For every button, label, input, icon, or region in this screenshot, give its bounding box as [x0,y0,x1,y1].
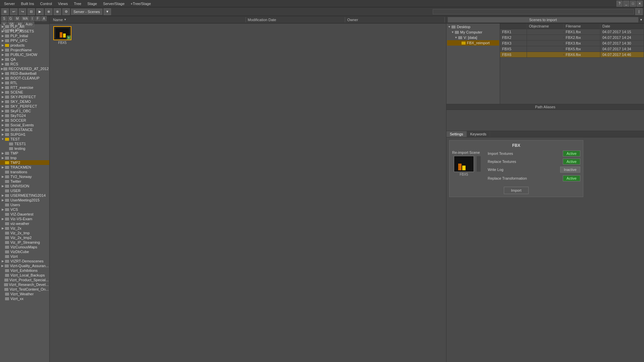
tree-toggle-ppv_ufc[interactable]: ▶ [1,39,5,42]
tree-toggle-tmp[interactable]: ▶ [1,152,5,155]
tree-toggle-rtt_exercise[interactable]: ▶ [1,86,5,89]
tree-toggle-viz_vs_exam[interactable]: ▶ [1,217,5,221]
replace-textures-btn[interactable]: Active [563,159,580,165]
tree-toggle-vizrt_quality[interactable]: ▶ [1,264,4,267]
tree-toggle-univision[interactable]: ▶ [1,184,5,188]
toolbar-icon-5[interactable]: ▶ [36,8,44,15]
tree-item-tmp[interactable]: ▶TMP [0,151,49,156]
tree-item-vizrt_quality[interactable]: ▶Vizrt-Quality_Assuran... [0,263,49,268]
tree-toggle-red_basketball[interactable]: ▶ [1,72,5,75]
ftree-item-desktop[interactable]: ▼Desktop [447,24,499,29]
tree-item-skytg24[interactable]: ▶SkyTG24 [0,113,49,118]
tree-toggle-skytg24[interactable]: ▶ [1,114,5,117]
tree-toggle-soccer[interactable]: ▶ [1,119,5,122]
tree-item-plp_initial[interactable]: ▶PLP_Initial [0,34,49,38]
file-row-fbx1[interactable]: FBX1FBX1.fbx04.07.2017 14:15 [500,29,644,35]
tree-item-plp_ar[interactable]: ▶PLP_AR [0,24,49,29]
tree-item-vizrt_research_devel[interactable]: Vizrt_Research_Devel... [0,282,49,287]
tree-item-viz_2x_tmp[interactable]: Viz_2x_tmp [0,231,49,235]
tree-item-viz_2x[interactable]: ▶Viz_2x [0,226,49,231]
tree-toggle-vcs[interactable]: ▶ [1,208,5,211]
toolbar-icon-2[interactable]: ↩ [10,8,17,15]
tree-item-projectname[interactable]: ▶ProjectName [0,48,49,52]
ftree-toggle-my_computer[interactable]: ▼ [451,31,454,34]
tree-item-social_events[interactable]: ▶Social_Events [0,123,49,127]
tree-item-vizrt_testcontent_on[interactable]: Vizrt_TestContent_On... [0,287,49,292]
tree-item-root_cleanup[interactable]: ▶ROOT-CLEANUP [0,76,49,80]
tree-item-rcs[interactable]: ▶RCS [0,62,49,66]
tree-item-vizcuriousmaps[interactable]: VizCuriousMaps [0,245,49,249]
tree-item-skyf1_obc[interactable]: ▶SkyF1_OBC [0,109,49,113]
tree-item-usermeeting2014[interactable]: ▶USERMEETING2014 [0,193,49,198]
menu-server[interactable]: Server [1,1,17,6]
tree-item-trackmen[interactable]: ▶TRACKMEN [0,165,49,170]
tree-item-tv2_norway[interactable]: ▶TV2_Norway [0,174,49,179]
toolbar-icon-4[interactable]: ⊟ [28,8,35,15]
btn-ma[interactable]: MA [21,16,30,21]
toolbar-icon-7[interactable]: ⊗ [54,8,61,15]
tree-item-transitions[interactable]: transitions [0,170,49,174]
tree-toggle-substance[interactable]: ▶ [1,128,5,131]
tree-toggle-vizrt_demoscenes[interactable]: ▶ [1,259,5,263]
tree-toggle-scene[interactable]: ▶ [1,90,5,94]
tree-item-viz_dauertest[interactable]: VIZ-Dauertest [0,212,49,217]
tree-toggle-rcs[interactable]: ▶ [1,62,5,66]
help-button[interactable]: ? [616,1,623,7]
tree-toggle-tmp_lower[interactable]: ▶ [1,156,5,160]
tree-item-sky_perfect[interactable]: ▶SKY-PERFECT [0,95,49,99]
tree-toggle-skyf1_obc[interactable]: ▶ [1,109,5,113]
ftree-item-fbx_reimport[interactable]: FBX_reimport [447,40,499,46]
tree-item-vcs[interactable]: ▶VCS [0,207,49,212]
tree-item-vizrt[interactable]: Vizrt [0,254,49,259]
tree-toggle-public_show[interactable]: ▶ [1,53,5,56]
tree-item-rtl[interactable]: ▶RTL [0,80,49,85]
tree-toggle-recovered[interactable]: ▶ [1,67,3,70]
tree-item-rtt_exercise[interactable]: ▶RTT_exercise [0,85,49,90]
btn-f[interactable]: F [35,16,41,21]
file-row-fbx3[interactable]: FBX3FBX3.fbx04.07.2017 14:30 [500,41,644,46]
file-row-fbx5[interactable]: FBX5FBX5.fbx04.07.2017 14:34 [500,46,644,52]
tree-toggle-sky_demo[interactable]: ▶ [1,100,5,103]
scene-item-fbx5[interactable]: S FBX5 [52,26,72,45]
menu-views[interactable]: Views [55,1,70,6]
tree-item-tmp_lower[interactable]: ▶tmp [0,156,49,160]
tree-toggle-sky_perfect2[interactable]: ▶ [1,105,5,108]
tree-toggle-sky_perfect[interactable]: ▶ [1,95,5,99]
tree-item-vizrt_weather[interactable]: Vizrt_Weather [0,292,49,296]
tree-item-soccer[interactable]: ▶SOCCER [0,118,49,123]
tree-item-univision[interactable]: ▶UNIVISION [0,184,49,188]
toolbar-icon-6[interactable]: ⊕ [45,8,52,15]
ftree-toggle-v_data[interactable]: ▼ [454,36,458,39]
tree-item-vizrt_demoscenes[interactable]: ▶VIZRT-Demoscenes [0,259,49,263]
tree-item-viz_weather[interactable]: viz-weather [0,221,49,226]
col-mod-date[interactable]: Modification Date [246,17,345,22]
tree-toggle-supgh1[interactable]: ▶ [1,133,5,136]
tree-toggle-products[interactable]: ▶ [1,44,5,47]
tree-item-public_show[interactable]: ▶PUBLIC_SHOW [0,52,49,57]
btn-s[interactable]: S [1,16,7,21]
tree-toggle-trackmen[interactable]: ▶ [1,166,5,169]
tree-toggle-usermeeting2014[interactable]: ▶ [1,194,5,197]
tree-item-test1[interactable]: TEST1 [0,141,49,146]
menu-tree[interactable]: Tree [71,1,84,6]
tree-item-supgh1[interactable]: ▶SUPGH1 [0,132,49,137]
fbx-scroll[interactable] [476,156,481,172]
tree-toggle-test[interactable]: ▼ [1,137,5,141]
tree-item-sky_demo[interactable]: ▶SKY_DEMO [0,99,49,104]
tree-item-vizrt_exhibitions[interactable]: Vizrt_Exhibitions [0,268,49,273]
ftree-item-my_computer[interactable]: ▼My Computer [447,29,499,35]
file-row-fbx6[interactable]: FBX6FBX6.fbx04.07.2017 14:46 [500,52,644,58]
menu-builtins[interactable]: Built Ins [18,1,37,6]
tree-toggle-plp_initial[interactable]: ▶ [1,34,5,38]
btn-i[interactable]: I [30,16,35,21]
maximize-button[interactable]: □ [630,1,636,7]
tree-item-twitter[interactable]: Twitter [0,179,49,184]
tree-item-plp_assets[interactable]: ▶PLP_ASSETS [0,29,49,34]
tree-toggle-viz_2x[interactable]: ▶ [1,227,5,230]
toolbar-icon-3[interactable]: ↪ [19,8,26,15]
scroll-end[interactable]: | [635,8,643,15]
tree-item-products[interactable]: ▶products [0,43,49,48]
tree-item-vizdbcube[interactable]: VizDbCube [0,249,49,254]
file-col-objectname[interactable]: Objectname [527,23,564,29]
toolbar-icon-8[interactable]: ⚙ [62,8,70,15]
